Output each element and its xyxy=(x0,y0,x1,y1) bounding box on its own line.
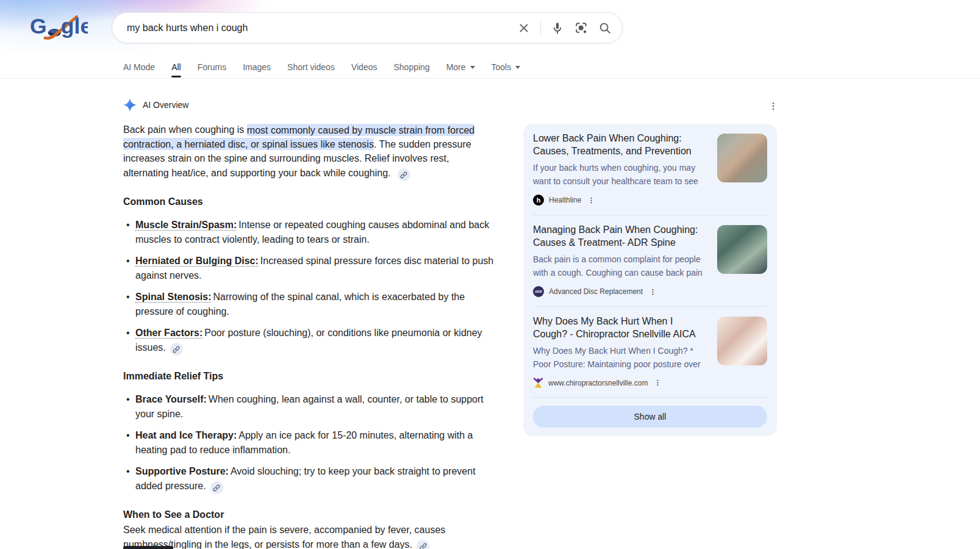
card-options-button[interactable] xyxy=(586,195,596,205)
kebab-menu-icon xyxy=(768,101,778,111)
ai-overview-section: AI Overview Back pain when coughing is m… xyxy=(123,98,496,549)
chevron-down-icon xyxy=(515,66,520,69)
section-heading: Common Causes xyxy=(123,195,496,209)
close-icon xyxy=(517,21,531,35)
ai-overview-intro: Back pain when coughing is most commonly… xyxy=(123,123,496,181)
clear-search-button[interactable] xyxy=(517,21,531,35)
tab-short-videos[interactable]: Short videos xyxy=(287,62,335,72)
list-item: Supportive Posture:Avoid slouching; try … xyxy=(123,464,496,494)
search-bar-divider xyxy=(540,20,541,36)
term-link[interactable]: Spinal Stenosis: xyxy=(135,292,211,303)
card-options-button[interactable] xyxy=(653,378,662,388)
link-icon xyxy=(213,484,220,492)
list-item: Other Factors:Poor posture (slouching), … xyxy=(123,326,496,356)
ai-overview-title: AI Overview xyxy=(143,100,188,110)
kebab-menu-icon xyxy=(587,196,595,204)
search-input[interactable]: my back hurts when i cough xyxy=(127,23,507,34)
list-item: Muscle Strain/Spasm:Intense or repeated … xyxy=(123,218,496,246)
logo-letter-g: G xyxy=(30,14,47,38)
common-causes-list: Muscle Strain/Spasm:Intense or repeated … xyxy=(123,218,496,356)
link-icon xyxy=(420,543,427,549)
list-item: Heat and Ice Therapy:Apply an ice pack f… xyxy=(123,428,496,457)
card-options-button[interactable] xyxy=(648,287,657,296)
list-item: Spinal Stenosis:Narrowing of the spinal … xyxy=(123,290,496,318)
relief-tips-list: Brace Yourself:When coughing, lean again… xyxy=(123,392,496,494)
chiropractor-favicon xyxy=(533,378,543,388)
term-link[interactable]: Herniated or Bulging Disc: xyxy=(135,256,259,267)
list-item: Herniated or Bulging Disc:Increased spin… xyxy=(123,254,496,282)
term-label: Supportive Posture: xyxy=(135,466,229,476)
tab-all[interactable]: All xyxy=(171,62,181,72)
term-link[interactable]: Other Factors: xyxy=(135,328,202,339)
search-bar[interactable]: my back hurts when i cough xyxy=(112,12,623,43)
tab-shopping[interactable]: Shopping xyxy=(393,62,429,72)
card-divider xyxy=(533,397,767,398)
adr-favicon: ADR xyxy=(533,286,544,297)
doctor-paragraph: Seek medical attention if the pain is se… xyxy=(123,523,496,549)
source-card[interactable]: Lower Back Pain When Coughing: Causes, T… xyxy=(533,124,767,215)
card-snippet: Why Does My Back Hurt When I Cough? * Po… xyxy=(533,345,709,371)
result-tabs: AI Mode All Forums Images Short videos V… xyxy=(123,58,520,76)
term-label: Heat and Ice Therapy: xyxy=(135,430,237,440)
card-snippet: Back pain is a common complaint for peop… xyxy=(533,253,709,280)
source-name: www.chiropractorsnellville.com xyxy=(548,379,648,387)
cut-off-element xyxy=(123,546,173,549)
google-lens-icon xyxy=(574,21,588,35)
article-thumbnail[interactable] xyxy=(717,317,767,365)
card-title[interactable]: Managing Back Pain When Coughing: Causes… xyxy=(533,223,709,249)
voice-search-button[interactable] xyxy=(550,21,565,35)
overview-options-button[interactable] xyxy=(766,99,781,113)
citation-chip[interactable] xyxy=(210,481,223,494)
source-name: Advanced Disc Replacement xyxy=(549,287,643,296)
tab-images[interactable]: Images xyxy=(243,62,271,72)
google-logo[interactable]: G gle xyxy=(29,11,88,41)
tab-more[interactable]: More xyxy=(446,62,475,72)
section-heading: Immediate Relief Tips xyxy=(123,370,496,383)
sources-panel: Lower Back Pain When Coughing: Causes, T… xyxy=(523,124,777,436)
link-icon xyxy=(400,171,407,179)
link-icon xyxy=(173,346,180,353)
tab-videos[interactable]: Videos xyxy=(351,62,377,72)
show-all-button[interactable]: Show all xyxy=(533,406,767,428)
microphone-icon xyxy=(551,21,564,35)
citation-chip[interactable] xyxy=(170,343,183,356)
section-heading: When to See a Doctor xyxy=(123,508,496,522)
search-icon xyxy=(598,21,612,35)
healthline-favicon: h xyxy=(533,195,544,206)
citation-chip[interactable] xyxy=(398,168,410,181)
article-thumbnail[interactable] xyxy=(717,134,767,182)
term-link[interactable]: Muscle Strain/Spasm: xyxy=(135,220,237,231)
kebab-menu-icon xyxy=(649,288,657,296)
header-divider xyxy=(0,78,980,79)
search-submit-button[interactable] xyxy=(598,21,612,35)
tab-tools[interactable]: Tools xyxy=(492,62,521,72)
article-thumbnail[interactable] xyxy=(717,225,767,274)
source-card[interactable]: Why Does My Back Hurt When I Cough? - Ch… xyxy=(533,307,767,397)
lens-search-button[interactable] xyxy=(574,21,588,35)
chevron-down-icon xyxy=(470,66,475,69)
ai-sparkle-icon xyxy=(123,98,137,112)
list-item: Brace Yourself:When coughing, lean again… xyxy=(123,392,496,421)
logo-letters-gle: gle xyxy=(61,14,88,38)
kebab-menu-icon xyxy=(654,379,662,387)
tab-forums[interactable]: Forums xyxy=(198,62,226,72)
card-snippet: If your back hurts when coughing, you ma… xyxy=(533,162,709,188)
source-card[interactable]: Managing Back Pain When Coughing: Causes… xyxy=(533,215,767,306)
tab-ai-mode[interactable]: AI Mode xyxy=(123,62,155,72)
source-name: Healthline xyxy=(549,196,581,204)
card-title[interactable]: Why Does My Back Hurt When I Cough? - Ch… xyxy=(533,315,709,340)
citation-chip[interactable] xyxy=(417,540,429,549)
term-label: Brace Yourself: xyxy=(135,394,207,404)
card-title[interactable]: Lower Back Pain When Coughing: Causes, T… xyxy=(533,132,709,157)
